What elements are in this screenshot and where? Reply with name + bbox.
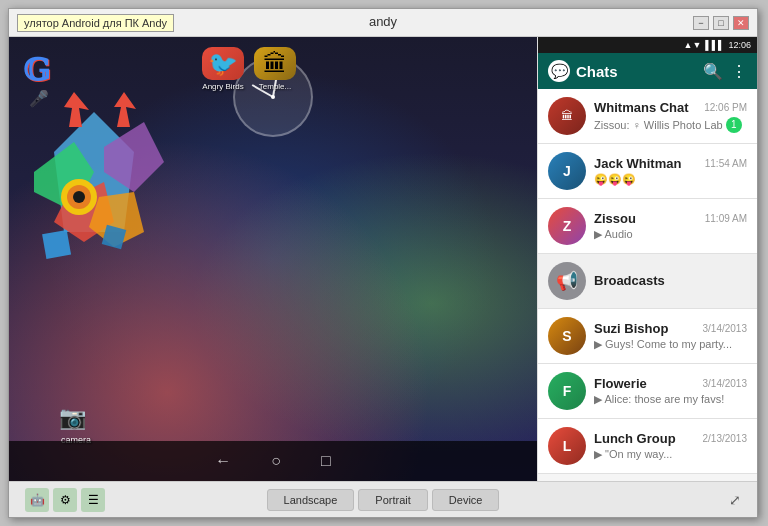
chat-item-lunch[interactable]: L Lunch Group 2/13/2013 ▶ "On my way... — [538, 419, 757, 474]
android-robot — [14, 92, 174, 292]
preview-text-jack: 😜😜😜 — [594, 173, 636, 186]
avatar-jack: J — [548, 152, 586, 190]
chat-item-suzi[interactable]: S Suzi Bishop 3/14/2013 ▶ Guys! Come to … — [538, 309, 757, 364]
android-screen[interactable]: 𝔾 🎤 — [9, 37, 537, 481]
chat-info-lunch: Lunch Group 2/13/2013 ▶ "On my way... — [594, 431, 747, 461]
chat-preview-zissou: ▶ Audio — [594, 228, 747, 241]
landscape-button[interactable]: Landscape — [267, 489, 355, 511]
chat-name-row-suzi: Suzi Bishop 3/14/2013 — [594, 321, 747, 336]
whatsapp-logo: 💬 Chats — [548, 60, 618, 82]
preview-text-whitmans: Zissou: ♀ Willis Photo Lab — [594, 119, 723, 131]
whatsapp-header: 💬 Chats 🔍 ⋮ — [538, 53, 757, 89]
device-button[interactable]: Device — [432, 489, 500, 511]
chat-time-flowerie: 3/14/2013 — [703, 378, 748, 389]
camera-icon[interactable]: 📷 — [59, 405, 86, 431]
chat-preview-suzi: ▶ Guys! Come to my party... — [594, 338, 747, 351]
chat-preview-lunch: ▶ "On my way... — [594, 448, 747, 461]
angry-birds-label: Angry Birds — [202, 82, 243, 91]
chat-time-zissou: 11:09 AM — [705, 213, 747, 224]
chat-info-suzi: Suzi Bishop 3/14/2013 ▶ Guys! Come to my… — [594, 321, 747, 351]
temple-run-label: Temple... — [259, 82, 291, 91]
chat-info-broadcasts: Broadcasts — [594, 273, 747, 290]
avatar-suzi: S — [548, 317, 586, 355]
avatar-flowerie: F — [548, 372, 586, 410]
chat-item-zissou[interactable]: Z Zissou 11:09 AM ▶ Audio — [538, 199, 757, 254]
chat-name-broadcasts: Broadcasts — [594, 273, 665, 288]
preview-text-lunch: ▶ "On my way... — [594, 448, 672, 461]
whatsapp-header-icons: 🔍 ⋮ — [703, 62, 747, 81]
window-tooltip: улятор Android для ПК Andy — [17, 14, 174, 32]
whatsapp-logo-icon: 💬 — [548, 60, 570, 82]
chat-name-row-zissou: Zissou 11:09 AM — [594, 211, 747, 226]
window-title: andy — [369, 14, 397, 29]
chat-time-whitmans: 12:06 PM — [704, 102, 747, 113]
chat-name-row-broadcasts: Broadcasts — [594, 273, 747, 288]
whatsapp-title: Chats — [576, 63, 618, 80]
chat-item-broadcasts[interactable]: 📢 Broadcasts — [538, 254, 757, 309]
chat-name-row-whitmans: Whitmans Chat 12:06 PM — [594, 100, 747, 115]
chat-time-jack: 11:54 AM — [705, 158, 747, 169]
clock-center — [271, 95, 275, 99]
chat-name-jack: Jack Whitman — [594, 156, 681, 171]
chat-name-row-lunch: Lunch Group 2/13/2013 — [594, 431, 747, 446]
chat-time-suzi: 3/14/2013 — [703, 323, 748, 334]
chat-item-whitmans[interactable]: 🏛 Whitmans Chat 12:06 PM Zissou: ♀ Willi… — [538, 89, 757, 144]
broadcast-icon: 📢 — [548, 262, 586, 300]
toolbar-android-icon[interactable]: 🤖 — [25, 488, 49, 512]
avatar-zissou: Z — [548, 207, 586, 245]
chat-item-jack[interactable]: J Jack Whitman 11:54 AM 😜😜😜 — [538, 144, 757, 199]
maximize-button[interactable]: □ — [713, 16, 729, 30]
expand-icon[interactable]: ⤢ — [729, 492, 741, 508]
chat-preview-jack: 😜😜😜 — [594, 173, 747, 186]
chat-name-row-jack: Jack Whitman 11:54 AM — [594, 156, 747, 171]
chat-info-whitmans: Whitmans Chat 12:06 PM Zissou: ♀ Willis … — [594, 100, 747, 133]
chat-info-flowerie: Flowerie 3/14/2013 ▶ Alice: those are my… — [594, 376, 747, 406]
minimize-button[interactable]: − — [693, 16, 709, 30]
chat-preview-whitmans: Zissou: ♀ Willis Photo Lab 1 — [594, 117, 747, 133]
app-icon-temple[interactable]: 🏛 Temple... — [253, 47, 297, 91]
chat-preview-flowerie: ▶ Alice: those are my favs! — [594, 393, 747, 406]
temple-run-icon: 🏛 — [254, 47, 296, 80]
signal-icon: ▌▌▌ — [705, 40, 724, 50]
preview-text-suzi: ▶ Guys! Come to my party... — [594, 338, 732, 351]
wifi-icon: ▲▼ — [684, 40, 702, 50]
chat-name-flowerie: Flowerie — [594, 376, 647, 391]
chat-info-jack: Jack Whitman 11:54 AM 😜😜😜 — [594, 156, 747, 186]
recent-button[interactable]: □ — [321, 452, 331, 470]
main-content: 𝔾 🎤 — [9, 37, 757, 481]
chat-name-zissou: Zissou — [594, 211, 636, 226]
android-nav-bar: ← ○ □ — [9, 441, 537, 481]
chat-name-row-flowerie: Flowerie 3/14/2013 — [594, 376, 747, 391]
close-button[interactable]: ✕ — [733, 16, 749, 30]
window-controls: − □ ✕ — [693, 16, 749, 30]
avatar-lunch: L — [548, 427, 586, 465]
toolbar-icons-left: 🤖 ⚙ ☰ — [25, 488, 105, 512]
app-icon-angry-birds[interactable]: 🐦 Angry Birds — [201, 47, 245, 91]
portrait-button[interactable]: Portrait — [358, 489, 427, 511]
back-button[interactable]: ← — [215, 452, 231, 470]
search-icon[interactable]: 🔍 — [703, 62, 723, 81]
svg-marker-11 — [114, 92, 136, 127]
google-icon[interactable]: 𝔾 — [23, 51, 50, 89]
chat-name-whitmans: Whitmans Chat — [594, 100, 689, 115]
status-bar: ▲▼ ▌▌▌ 12:06 — [538, 37, 757, 53]
bottom-toolbar: 🤖 ⚙ ☰ Landscape Portrait Device ⤢ — [9, 481, 757, 517]
app-window: улятор Android для ПК Andy andy − □ ✕ 𝔾 … — [8, 8, 758, 518]
app-icons: 🐦 Angry Birds 🏛 Temple... — [201, 47, 297, 91]
chat-badge-whitmans: 1 — [726, 117, 742, 133]
svg-rect-8 — [42, 230, 71, 259]
home-button[interactable]: ○ — [271, 452, 281, 470]
chat-item-flowerie[interactable]: F Flowerie 3/14/2013 ▶ Alice: those are … — [538, 364, 757, 419]
whatsapp-panel: ▲▼ ▌▌▌ 12:06 💬 Chats 🔍 ⋮ — [537, 37, 757, 481]
chat-name-suzi: Suzi Bishop — [594, 321, 668, 336]
preview-text-zissou: ▶ Audio — [594, 228, 633, 241]
chat-time-lunch: 2/13/2013 — [703, 433, 748, 444]
preview-text-flowerie: ▶ Alice: those are my favs! — [594, 393, 724, 406]
title-bar-left: улятор Android для ПК Andy — [17, 14, 174, 32]
title-bar: улятор Android для ПК Andy andy − □ ✕ — [9, 9, 757, 37]
toolbar-menu-icon[interactable]: ☰ — [81, 488, 105, 512]
toolbar-settings-icon[interactable]: ⚙ — [53, 488, 77, 512]
chat-list[interactable]: 🏛 Whitmans Chat 12:06 PM Zissou: ♀ Willi… — [538, 89, 757, 481]
menu-icon[interactable]: ⋮ — [731, 62, 747, 81]
angry-birds-icon: 🐦 — [202, 47, 244, 80]
